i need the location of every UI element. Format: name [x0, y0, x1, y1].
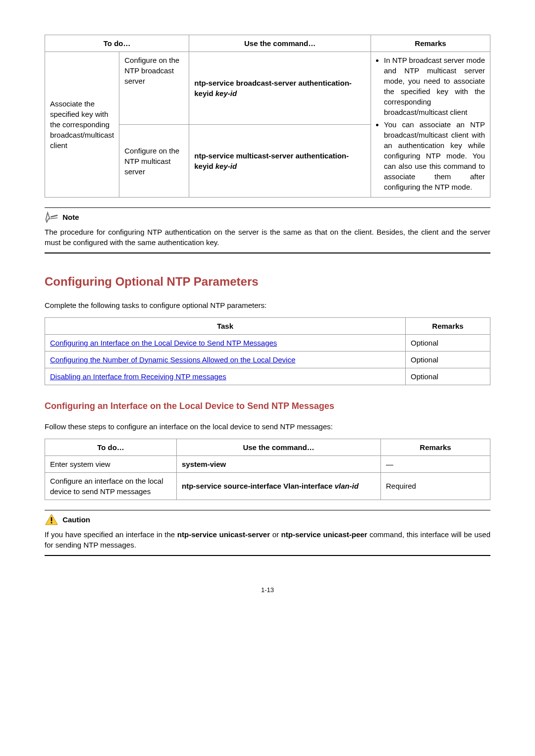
cmd-bold-text: ntp-service source-interface Vlan-interf… [182, 482, 332, 490]
subsection-heading: Configuring an Interface on the Local De… [45, 400, 490, 412]
divider [45, 252, 490, 253]
task-header-task: Task [45, 317, 406, 334]
table1-header-command: Use the command… [189, 35, 371, 52]
steps-r2c3: Required [381, 472, 490, 500]
caution-icon [45, 513, 58, 525]
remark-item-2: You can associate an NTP broadcast/multi… [384, 119, 485, 192]
note-icon [45, 211, 58, 223]
svg-rect-1 [51, 522, 53, 523]
steps-table: To do… Use the command… Remarks Enter sy… [45, 439, 490, 500]
table1-row2-cmd: ntp-service multicast-server authenticat… [189, 125, 371, 198]
table1-remarks-cell: In NTP broadcast server mode and NTP mul… [371, 52, 490, 198]
table1-assoc-cell: Associate the specified key with the cor… [45, 52, 119, 198]
note-block: Note [45, 211, 490, 223]
task-header-remarks: Remarks [406, 317, 490, 334]
task-remark-2: Optional [406, 351, 490, 368]
cmd-italic-text: key-id [214, 89, 237, 98]
task-link-2[interactable]: Configuring the Number of Dynamic Sessio… [50, 355, 295, 364]
table1-row1-sub: Configure on the NTP broadcast server [119, 52, 189, 125]
divider [45, 510, 490, 510]
subsection-intro: Follow these steps to configure an inter… [45, 421, 490, 432]
task-link-1[interactable]: Configuring an Interface on the Local De… [50, 339, 277, 347]
table1-row1-cmd: ntp-service broadcast-server authenticat… [189, 52, 371, 125]
section-heading: Configuring Optional NTP Parameters [45, 273, 490, 290]
caution-text: If you have specified an interface in th… [45, 529, 490, 550]
steps-r1c3: — [381, 455, 490, 472]
table1-header-remarks: Remarks [371, 35, 490, 52]
caution-text-pre: If you have specified an interface in th… [45, 530, 177, 539]
caution-block: Caution [45, 513, 490, 525]
table1-header-todo: To do… [45, 35, 189, 52]
remark-item-1: In NTP broadcast server mode and NTP mul… [384, 55, 485, 117]
cmd-italic-text: vlan-id [332, 482, 359, 490]
task-table: Task Remarks Configuring an Interface on… [45, 317, 490, 385]
command-table-1: To do… Use the command… Remarks Associat… [45, 35, 490, 198]
caution-label: Caution [62, 515, 90, 523]
divider [45, 207, 490, 208]
svg-rect-0 [51, 517, 53, 521]
steps-r1c1: Enter system view [45, 455, 177, 472]
steps-header-todo: To do… [45, 439, 177, 455]
cmd-italic-text: key-id [214, 162, 237, 170]
steps-r2c1: Configure an interface on the local devi… [45, 472, 177, 500]
steps-r2c2: ntp-service source-interface Vlan-interf… [177, 472, 381, 500]
page-number: 1-13 [45, 586, 490, 595]
cmd-bold-text: system-view [182, 460, 226, 468]
task-remark-1: Optional [406, 334, 490, 351]
caution-cmd-2: ntp-service unicast-peer [281, 530, 368, 539]
section-intro: Complete the following tasks to configur… [45, 300, 490, 310]
caution-text-mid: or [270, 530, 281, 539]
table1-row2-sub: Configure on the NTP multicast server [119, 125, 189, 198]
note-label: Note [62, 213, 79, 221]
steps-header-cmd: Use the command… [177, 439, 381, 455]
caution-cmd-1: ntp-service unicast-server [177, 530, 270, 539]
steps-header-remarks: Remarks [381, 439, 490, 455]
divider [45, 555, 490, 556]
note-text: The procedure for configuring NTP authen… [45, 227, 490, 248]
task-remark-3: Optional [406, 368, 490, 385]
task-link-3[interactable]: Disabling an Interface from Receiving NT… [50, 372, 226, 381]
steps-r1c2: system-view [177, 455, 381, 472]
